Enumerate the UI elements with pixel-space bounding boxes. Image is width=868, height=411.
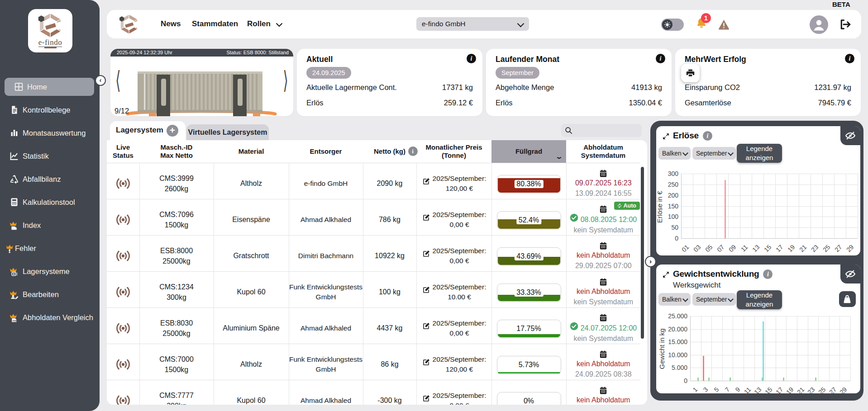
svg-text:PDF: PDF (13, 320, 17, 322)
